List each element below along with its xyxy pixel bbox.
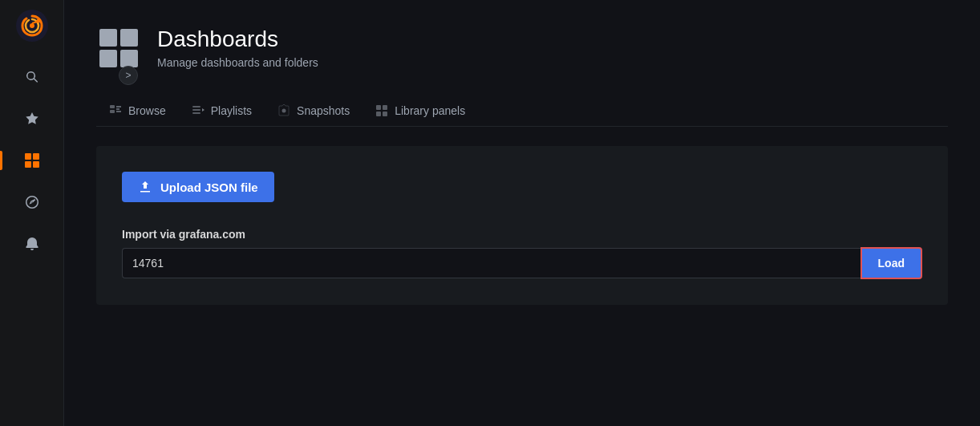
main-wrapper: > Dashboards Manage dashboards and folde… <box>64 0 980 426</box>
main-content: Dashboards Manage dashboards and folders… <box>64 0 980 426</box>
import-section: Import via grafana.com Load <box>122 228 922 279</box>
tab-library-panels[interactable]: Library panels <box>362 96 478 127</box>
svg-rect-18 <box>376 105 381 110</box>
tab-snapshots-label: Snapshots <box>297 104 350 117</box>
import-row: Load <box>122 247 922 279</box>
sidebar <box>0 0 64 426</box>
sidebar-item-alerting[interactable] <box>13 225 51 263</box>
svg-point-17 <box>282 109 286 113</box>
tab-browse-label: Browse <box>128 104 166 117</box>
load-button-label: Load <box>878 257 905 270</box>
sidebar-item-explore[interactable] <box>13 183 51 221</box>
import-label: Import via grafana.com <box>122 228 922 241</box>
load-button[interactable]: Load <box>861 247 922 279</box>
browse-icon <box>109 104 122 117</box>
dashboards-grid-icon <box>99 29 138 67</box>
svg-rect-8 <box>110 105 115 108</box>
page-subtitle: Manage dashboards and folders <box>157 56 318 69</box>
svg-rect-15 <box>192 112 200 114</box>
upload-icon <box>138 180 152 194</box>
svg-rect-14 <box>192 109 200 111</box>
svg-rect-21 <box>383 112 387 116</box>
sidebar-item-search[interactable] <box>13 58 51 96</box>
dashboards-page-icon <box>96 26 141 71</box>
import-input[interactable] <box>122 248 861 278</box>
svg-rect-20 <box>376 112 381 116</box>
svg-rect-19 <box>383 105 387 110</box>
tab-library-panels-label: Library panels <box>395 104 465 117</box>
tabs-bar: Browse Playlists <box>96 96 948 127</box>
sidebar-toggle[interactable]: > <box>119 66 138 85</box>
tab-playlists-label: Playlists <box>211 104 252 117</box>
content-area: Upload JSON file Import via grafana.com … <box>96 146 948 305</box>
upload-button-label: Upload JSON file <box>160 181 258 194</box>
tab-snapshots[interactable]: Snapshots <box>265 96 362 127</box>
library-panels-icon <box>375 104 388 117</box>
tab-playlists[interactable]: Playlists <box>179 96 265 127</box>
snapshots-icon <box>277 104 290 117</box>
svg-rect-6 <box>25 161 31 168</box>
svg-rect-9 <box>110 110 115 113</box>
svg-rect-7 <box>33 161 39 168</box>
svg-rect-13 <box>192 106 200 108</box>
page-header-text: Dashboards Manage dashboards and folders <box>157 26 318 69</box>
page-title: Dashboards <box>157 26 318 53</box>
svg-rect-4 <box>25 153 31 160</box>
sidebar-item-dashboards[interactable] <box>13 141 51 180</box>
upload-json-button[interactable]: Upload JSON file <box>122 172 274 202</box>
tab-browse[interactable]: Browse <box>96 96 179 127</box>
svg-rect-5 <box>33 153 39 160</box>
svg-marker-16 <box>202 108 205 112</box>
page-header: Dashboards Manage dashboards and folders <box>96 26 948 71</box>
sidebar-item-starred[interactable] <box>13 99 51 138</box>
playlists-icon <box>192 104 205 117</box>
svg-point-1 <box>30 23 34 28</box>
grafana-logo[interactable] <box>16 10 48 42</box>
